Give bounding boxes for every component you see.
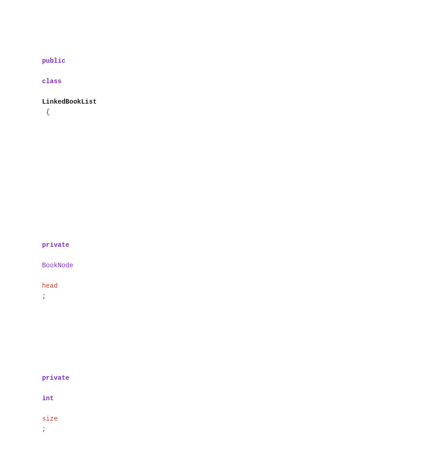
space [42, 405, 46, 412]
indent [42, 364, 58, 371]
kw-public: public [42, 57, 65, 65]
punct-open-brace: { [42, 108, 50, 116]
space [42, 272, 46, 279]
field-size: size [42, 415, 58, 423]
kw-private: private [42, 241, 69, 249]
space [42, 88, 46, 95]
code-line-4: private int size ; [0, 352, 448, 444]
code-line-3: private BookNode head ; [0, 219, 448, 311]
space [42, 384, 46, 392]
code-text-2 [14, 168, 448, 178]
code-text-3: private BookNode head ; [14, 219, 448, 311]
space [42, 67, 46, 75]
kw-class: class [42, 78, 61, 85]
space [42, 251, 46, 259]
code-text-4: private int size ; [14, 352, 448, 444]
punct-semi2: ; [42, 425, 46, 433]
indent [42, 231, 58, 238]
kw-int: int [42, 395, 53, 402]
code-line-2 [0, 168, 448, 178]
punct-semi: ; [42, 292, 46, 300]
field-head: head [42, 282, 58, 290]
classname-linkedbooklist: LinkedBookList [42, 98, 97, 106]
code-line-1: public class LinkedBookList { [0, 46, 448, 127]
type-booknode: BookNode [42, 262, 73, 269]
code-text-1: public class LinkedBookList { [14, 46, 448, 127]
code-editor: public class LinkedBookList { private Bo… [0, 0, 448, 476]
kw-private2: private [42, 374, 69, 382]
